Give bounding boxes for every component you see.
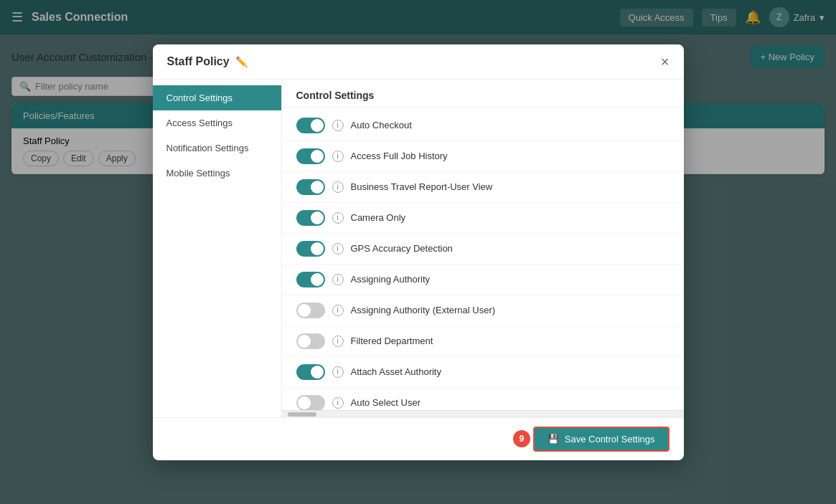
setting-label: Access Full Job History (351, 151, 448, 161)
setting-item: iGPS Accuracy Detection (282, 234, 684, 265)
horizontal-scrollbar[interactable] (282, 410, 684, 417)
toggle-switch[interactable] (296, 241, 325, 257)
tab-access-settings[interactable]: Access Settings (153, 110, 281, 135)
info-icon[interactable]: i (332, 397, 344, 409)
toggle-switch[interactable] (296, 395, 325, 410)
close-modal-button[interactable]: × (661, 54, 670, 69)
setting-label: Business Travel Report-User View (351, 181, 493, 192)
setting-item: iCamera Only (282, 203, 684, 234)
setting-item: iFiltered Department (282, 326, 684, 357)
info-icon[interactable]: i (332, 151, 344, 162)
setting-label: Auto Select User (351, 397, 421, 408)
modal-title-area: Staff Policy ✏️ (167, 55, 248, 68)
toggle-switch[interactable] (296, 333, 325, 349)
setting-label: Filtered Department (351, 336, 433, 346)
setting-item: iAuto Select User (282, 388, 684, 410)
setting-label: GPS Accuracy Detection (351, 243, 453, 254)
modal-sidebar: Control Settings Access Settings Notific… (153, 80, 282, 417)
modal-body: Control Settings Access Settings Notific… (153, 80, 684, 417)
save-control-settings-button[interactable]: 💾 Save Control Settings (533, 427, 670, 452)
edit-icon[interactable]: ✏️ (235, 56, 248, 67)
save-action-area: 9 💾 Save Control Settings (513, 427, 670, 452)
staff-policy-modal: Staff Policy ✏️ × Control Settings Acces… (153, 44, 684, 460)
setting-item: iAssigning Authority (282, 265, 684, 295)
setting-label: Assigning Authority (351, 274, 431, 285)
setting-label: Auto Checkout (351, 120, 412, 130)
toggle-switch[interactable] (296, 179, 325, 195)
setting-label: Camera Only (351, 212, 406, 223)
scroll-thumb (288, 412, 316, 417)
tab-control-settings[interactable]: Control Settings (153, 85, 281, 110)
setting-item: iAttach Asset Authority (282, 357, 684, 388)
info-icon[interactable]: i (332, 366, 344, 378)
info-icon[interactable]: i (332, 243, 344, 255)
modal-content-area: Control Settings iAuto CheckoutiAccess F… (282, 80, 684, 417)
info-icon[interactable]: i (332, 305, 344, 316)
modal-footer: 9 💾 Save Control Settings (153, 417, 684, 460)
info-icon[interactable]: i (332, 336, 344, 347)
toggle-switch[interactable] (296, 364, 325, 380)
tab-mobile-settings[interactable]: Mobile Settings (153, 161, 281, 186)
toggle-switch[interactable] (296, 148, 325, 164)
toggle-switch[interactable] (296, 303, 325, 318)
content-section-title: Control Settings (282, 80, 684, 108)
setting-label: Attach Asset Authority (351, 366, 441, 377)
info-icon[interactable]: i (332, 181, 344, 193)
tab-notification-settings[interactable]: Notification Settings (153, 135, 281, 161)
save-button-label: Save Control Settings (565, 434, 655, 444)
settings-list: iAuto CheckoutiAccess Full Job HistoryiB… (282, 108, 684, 410)
info-icon[interactable]: i (332, 274, 344, 285)
modal-title-text: Staff Policy (167, 55, 230, 68)
setting-label: Assigning Authority (External User) (351, 305, 496, 315)
info-icon[interactable]: i (332, 120, 344, 131)
step-badge: 9 (513, 430, 530, 447)
toggle-switch[interactable] (296, 210, 325, 226)
info-icon[interactable]: i (332, 212, 344, 224)
setting-item: iAssigning Authority (External User) (282, 295, 684, 326)
setting-item: iAccess Full Job History (282, 141, 684, 172)
setting-item: iAuto Checkout (282, 110, 684, 141)
modal-header: Staff Policy ✏️ × (153, 44, 684, 80)
toggle-switch[interactable] (296, 118, 325, 133)
save-icon: 💾 (548, 434, 559, 444)
toggle-switch[interactable] (296, 272, 325, 287)
setting-item: iBusiness Travel Report-User View (282, 172, 684, 203)
